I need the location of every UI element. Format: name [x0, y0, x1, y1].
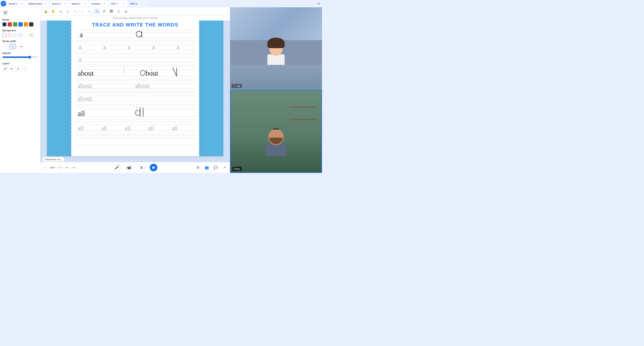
- tab-overflow-menu[interactable]: ≡: [316, 1, 321, 7]
- bottom-right-controls: ⚙ 👥 💬 ↗: [195, 164, 228, 171]
- tool-line[interactable]: — 6: [86, 9, 93, 14]
- tool-hand[interactable]: ✋: [50, 9, 56, 14]
- zoom-out-button[interactable]: −: [42, 165, 48, 170]
- stroke-width-medium[interactable]: —: [9, 44, 16, 49]
- layers-row: 🔗 ⊕ ⊖ ⬚: [2, 66, 38, 71]
- opacity-slider-container: [2, 56, 38, 60]
- tab-board1-close[interactable]: ×: [20, 2, 24, 5]
- layers-label: Layers: [2, 62, 38, 65]
- bg-color-row: [2, 33, 38, 37]
- opacity-section: Opacity: [2, 52, 38, 60]
- stroke-width-row: − — ━: [2, 44, 38, 49]
- svg-text:about: about: [78, 82, 92, 89]
- tab-board4[interactable]: Board 4 ×: [70, 1, 88, 7]
- tab-youtube[interactable]: Youtube ×: [89, 1, 108, 7]
- hamburger-line-2: [4, 13, 7, 13]
- layer-btn-back[interactable]: ⊖: [15, 66, 21, 71]
- lily-name-tag: 🔇 Lily: [232, 84, 242, 88]
- hamburger-line-1: [4, 11, 7, 12]
- tab-board3-close[interactable]: ×: [64, 2, 67, 5]
- tool-diamond[interactable]: ◇: [64, 9, 71, 14]
- bg-color-yellow[interactable]: [24, 33, 28, 37]
- main-content: Stroke Background St: [0, 7, 322, 173]
- svg-text:2: 2: [173, 66, 174, 68]
- tool-eraser[interactable]: ⬡: [116, 9, 122, 14]
- stroke-width-thick[interactable]: ━: [18, 44, 24, 49]
- tool-arrow[interactable]: →: [79, 9, 86, 14]
- svg-text:a: a: [78, 43, 82, 51]
- bg-color-mint[interactable]: [13, 33, 17, 37]
- lily-video-box: 🔇 Lily: [230, 7, 322, 90]
- tab-pdf1[interactable]: PDF 1 ×: [108, 1, 128, 7]
- stroke-color-orange[interactable]: [24, 22, 28, 27]
- undo-button[interactable]: ↩: [64, 165, 70, 170]
- tool-image[interactable]: 🖼: [108, 9, 114, 14]
- record-button[interactable]: ⏺: [150, 164, 157, 171]
- tool-select[interactable]: ▭ 2: [57, 9, 64, 14]
- chat-button[interactable]: 💬: [212, 164, 219, 171]
- diego-name-tag: Diego: [232, 167, 242, 171]
- tool-lock[interactable]: 🔒: [42, 9, 49, 14]
- bg-color-white[interactable]: [2, 33, 6, 37]
- svg-text:a: a: [80, 31, 83, 39]
- camera-button[interactable]: 📹: [125, 164, 133, 171]
- zoom-value: 93%: [49, 166, 56, 169]
- users-button[interactable]: 👥: [204, 164, 210, 171]
- settings-button[interactable]: ⚙: [195, 164, 201, 171]
- svg-text:a: a: [152, 43, 155, 51]
- stroke-section: Stroke: [2, 19, 38, 27]
- layer-btn-copy[interactable]: ⬚: [22, 66, 27, 71]
- tab-board3-label: Board 3: [52, 2, 61, 5]
- lily-name-label: Lily: [236, 84, 240, 87]
- leave-button[interactable]: ↗: [221, 164, 228, 171]
- canvas-wrapper[interactable]: TRACE AND WRITE THE WORDS a: [40, 21, 230, 162]
- tab-mathematics[interactable]: Mathematics ×: [26, 1, 50, 7]
- bottom-toolbar: − 93% + ↩ ↪ 🎤 📹 🖥 ⏺ ⚙ 👥 💬 ↗: [40, 162, 230, 173]
- tool-pen[interactable]: ✏ 7: [94, 9, 100, 14]
- classroom-label[interactable]: Classroom La...: [42, 157, 64, 162]
- zoom-in-button[interactable]: +: [58, 165, 62, 170]
- left-panel: Stroke Background St: [0, 7, 40, 173]
- opacity-label: Opacity: [2, 52, 38, 55]
- stroke-color-red[interactable]: [8, 22, 12, 27]
- svg-text:a: a: [78, 56, 82, 63]
- tab-mathematics-label: Mathematics: [28, 2, 42, 5]
- hamburger-menu-button[interactable]: [2, 10, 8, 16]
- redo-button[interactable]: ↪: [71, 165, 76, 170]
- stroke-color-green[interactable]: [13, 22, 17, 27]
- background-label: Background: [2, 29, 38, 32]
- tab-mathematics-close[interactable]: ×: [44, 2, 47, 5]
- add-tab-button[interactable]: +: [1, 1, 6, 6]
- layer-btn-link[interactable]: 🔗: [2, 66, 8, 71]
- bg-color-pink[interactable]: [8, 33, 12, 37]
- stroke-color-blue[interactable]: [18, 22, 22, 27]
- stroke-width-thin[interactable]: −: [2, 44, 8, 49]
- tab-pdf1-close[interactable]: ×: [122, 2, 125, 5]
- svg-text:1: 1: [151, 66, 152, 68]
- screen-share-button[interactable]: 🖥: [138, 164, 145, 171]
- svg-text:about: about: [78, 95, 92, 102]
- opacity-slider[interactable]: [2, 56, 38, 59]
- tool-circle[interactable]: ○ 4: [72, 9, 78, 14]
- microphone-button[interactable]: 🎤: [113, 164, 120, 171]
- svg-text:1: 1: [140, 106, 141, 108]
- tab-board1[interactable]: Board 1 ×: [6, 1, 26, 7]
- right-panel: 🔇 Lily: [230, 7, 322, 173]
- stroke-color-black[interactable]: [2, 22, 6, 27]
- svg-text:a: a: [128, 43, 130, 51]
- tab-pdf2[interactable]: PDF 2: [128, 1, 147, 7]
- bg-color-sky[interactable]: [18, 33, 22, 37]
- tool-text[interactable]: A: [101, 9, 107, 14]
- svg-text:1: 1: [136, 106, 137, 108]
- tab-board3[interactable]: Board 3 ×: [50, 1, 69, 7]
- layer-btn-front[interactable]: ⊕: [9, 66, 14, 71]
- tab-board4-close[interactable]: ×: [83, 2, 86, 5]
- tool-link[interactable]: ⊘: [123, 9, 129, 14]
- bg-color-transparent[interactable]: [29, 33, 33, 37]
- tab-youtube-close[interactable]: ×: [103, 2, 106, 5]
- tab-board4-label: Board 4: [72, 2, 80, 5]
- stroke-color-dark[interactable]: [29, 22, 33, 27]
- canvas-document[interactable]: TRACE AND WRITE THE WORDS a: [47, 21, 224, 156]
- svg-text:about: about: [78, 69, 94, 77]
- video-container: 🔇 Lily: [230, 7, 322, 173]
